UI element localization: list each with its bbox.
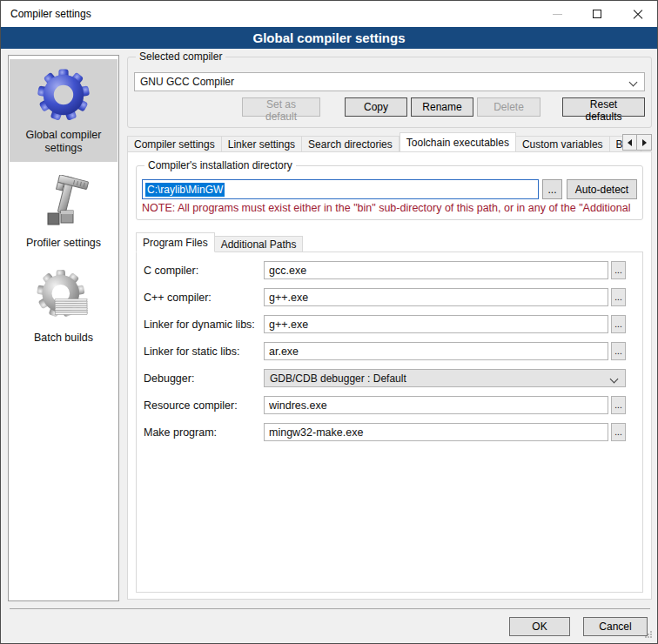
- ok-button[interactable]: OK: [509, 617, 570, 636]
- install-path-selected-text: C:\raylib\MinGW: [145, 183, 225, 197]
- copy-button[interactable]: Copy: [345, 97, 407, 117]
- resource-compiler-row: Resource compiler: ...: [144, 396, 626, 414]
- c-compiler-row: C compiler: ...: [144, 261, 626, 279]
- cpp-compiler-label: C++ compiler:: [144, 292, 264, 304]
- compiler-select[interactable]: GNU GCC Compiler: [134, 72, 645, 91]
- note-text: NOTE: All programs must exist either in …: [142, 202, 637, 214]
- cancel-button[interactable]: Cancel: [583, 617, 648, 636]
- resource-compiler-label: Resource compiler:: [144, 399, 264, 412]
- tab-program-files[interactable]: Program Files: [136, 232, 215, 252]
- static-linker-browse-button[interactable]: ...: [611, 342, 626, 360]
- chevron-down-icon: [629, 78, 638, 87]
- footer-buttons: OK Cancel: [509, 617, 648, 636]
- sidebar-item-label: Profiler settings: [11, 237, 116, 250]
- dynamic-linker-label: Linker for dynamic libs:: [144, 319, 264, 331]
- tab-toolchain-executables[interactable]: Toolchain executables: [400, 132, 516, 151]
- reset-defaults-button[interactable]: Reset defaults: [562, 97, 645, 117]
- triangle-left-icon: [628, 139, 632, 146]
- debugger-select-value: GDB/CDB debugger : Default: [270, 372, 406, 385]
- tab-linker-settings[interactable]: Linker settings: [222, 136, 302, 151]
- tab-search-directories[interactable]: Search directories: [302, 136, 400, 151]
- tab-scroll-right-button[interactable]: [637, 134, 652, 151]
- c-compiler-browse-button[interactable]: ...: [611, 261, 626, 279]
- settings-category-list: Global compiler settings: [8, 55, 119, 601]
- make-program-input[interactable]: [264, 423, 608, 441]
- settings-tabs: Compiler settings Linker settings Search…: [127, 131, 652, 151]
- debugger-select[interactable]: GDB/CDB debugger : Default: [264, 369, 626, 387]
- sidebar-item-label: Batch builds: [11, 332, 116, 345]
- compiler-settings-window: { "window": { "title": "Compiler setting…: [0, 0, 658, 644]
- footer-divider: [10, 608, 650, 609]
- cpp-compiler-row: C++ compiler: ...: [144, 288, 626, 306]
- resource-compiler-input[interactable]: [264, 396, 608, 414]
- install-path-input[interactable]: C:\raylib\MinGW: [142, 179, 539, 199]
- blue-gear-icon: [11, 64, 116, 125]
- minimize-icon: [553, 14, 562, 15]
- compiler-select-value: GNU GCC Compiler: [140, 76, 234, 88]
- make-program-row: Make program: ...: [144, 423, 626, 441]
- program-files-tabs: Program Files Additional Paths: [136, 231, 643, 252]
- chevron-down-icon: [610, 375, 619, 384]
- compiler-buttons-row: Set as default Copy Rename Delete Reset …: [128, 97, 651, 117]
- cpp-compiler-input[interactable]: [264, 288, 608, 306]
- dynamic-linker-row: Linker for dynamic libs: ...: [144, 315, 626, 333]
- tab-additional-paths[interactable]: Additional Paths: [215, 236, 304, 252]
- maximize-icon: [593, 10, 601, 18]
- maximize-button[interactable]: [577, 1, 617, 27]
- sidebar-item-profiler-settings[interactable]: Profiler settings: [10, 167, 118, 257]
- tab-compiler-settings[interactable]: Compiler settings: [127, 136, 222, 151]
- sidebar-item-global-compiler-settings[interactable]: Global compiler settings: [10, 59, 118, 162]
- make-program-browse-button[interactable]: ...: [611, 423, 626, 441]
- set-as-default-button[interactable]: Set as default: [242, 97, 320, 117]
- titlebar: Compiler settings: [1, 1, 657, 27]
- make-program-label: Make program:: [144, 426, 264, 439]
- tab-custom-variables[interactable]: Custom variables: [516, 136, 610, 151]
- program-files-page: C compiler: ... C++ compiler: ... Linker…: [136, 252, 643, 593]
- minimize-button[interactable]: [537, 1, 577, 27]
- c-compiler-label: C compiler:: [144, 265, 264, 277]
- tab-scroll-left-button[interactable]: [622, 134, 637, 151]
- dialog-banner: Global compiler settings: [1, 27, 657, 49]
- sidebar-item-batch-builds[interactable]: Batch builds: [10, 262, 118, 352]
- caption-buttons: [537, 1, 657, 27]
- close-icon: [633, 10, 642, 19]
- installation-directory-group-label: Compiler's installation directory: [144, 159, 296, 171]
- dynamic-linker-browse-button[interactable]: ...: [611, 315, 626, 333]
- selected-compiler-group: Selected compiler GNU GCC Compiler Set a…: [127, 57, 652, 128]
- delete-button[interactable]: Delete: [477, 97, 540, 117]
- selected-compiler-group-label: Selected compiler: [136, 50, 225, 63]
- close-button[interactable]: [617, 1, 657, 27]
- main-panel: Selected compiler GNU GCC Compiler Set a…: [127, 51, 652, 600]
- static-linker-input[interactable]: [264, 342, 608, 360]
- dynamic-linker-input[interactable]: [264, 315, 608, 333]
- static-linker-label: Linker for static libs:: [144, 345, 264, 358]
- installation-directory-group: Compiler's installation directory C:\ray…: [136, 165, 643, 220]
- window-title: Compiler settings: [1, 8, 91, 20]
- gray-gear-stack-icon: [11, 267, 116, 328]
- cpp-compiler-browse-button[interactable]: ...: [611, 288, 626, 306]
- static-linker-row: Linker for static libs: ...: [144, 342, 626, 360]
- c-compiler-input[interactable]: [264, 261, 608, 279]
- sidebar-item-label: Global compiler settings: [11, 129, 116, 155]
- caliper-icon: [11, 172, 116, 233]
- install-path-browse-button[interactable]: ...: [542, 179, 562, 199]
- auto-detect-button[interactable]: Auto-detect: [567, 179, 637, 199]
- tab-scroll-buttons: [622, 134, 652, 151]
- debugger-row: Debugger: GDB/CDB debugger : Default: [144, 369, 626, 387]
- toolchain-executables-page: Compiler's installation directory C:\ray…: [127, 151, 652, 600]
- rename-button[interactable]: Rename: [411, 97, 473, 117]
- debugger-label: Debugger:: [144, 372, 264, 385]
- resize-grip[interactable]: [645, 636, 647, 638]
- triangle-right-icon: [642, 139, 647, 146]
- installation-directory-row: C:\raylib\MinGW ... Auto-detect: [142, 179, 637, 199]
- resource-compiler-browse-button[interactable]: ...: [611, 396, 626, 414]
